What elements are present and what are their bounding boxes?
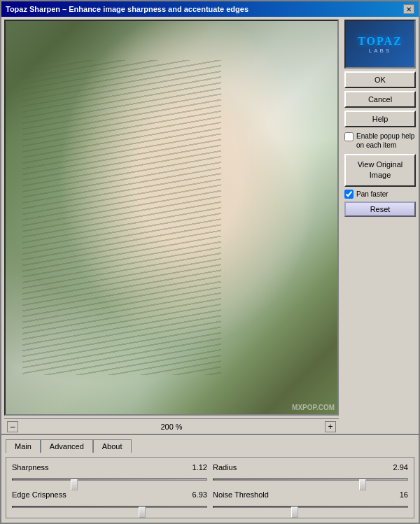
noise-threshold-track — [213, 506, 408, 508]
sharpness-value: 1.12 — [192, 463, 207, 472]
close-button[interactable]: ✕ — [403, 4, 414, 14]
sharpness-label: Sharpness — [12, 463, 49, 472]
noise-threshold-group: Noise Threshold 16 — [213, 490, 408, 512]
noise-threshold-slider[interactable] — [213, 501, 408, 512]
enable-popup-row: Enable popup help on each item — [344, 130, 416, 151]
logo-main: TOPAZ — [358, 35, 402, 48]
tab-advanced[interactable]: Advanced — [41, 439, 93, 453]
zoom-out-button[interactable]: – — [7, 421, 18, 432]
preview-image — [6, 21, 337, 414]
noise-threshold-label: Noise Threshold — [213, 490, 269, 499]
window-title: Topaz Sharpen – Enhance image sharpness … — [6, 5, 248, 13]
noise-threshold-header: Noise Threshold 16 — [213, 490, 408, 499]
ok-button[interactable]: OK — [344, 71, 416, 88]
pan-faster-label: Pan faster — [356, 190, 388, 199]
enable-popup-label: Enable popup help on each item — [356, 132, 416, 150]
sharpness-thumb[interactable] — [71, 479, 78, 490]
zoom-bar: – 200 % + — [4, 418, 339, 434]
preview-area: MXPOP.COM – 200 % + — [1, 17, 342, 434]
radius-thumb[interactable] — [359, 479, 366, 490]
sharpness-group: Sharpness 1.12 — [12, 463, 207, 485]
title-bar: Topaz Sharpen – Enhance image sharpness … — [1, 1, 419, 17]
edge-crispness-value: 6.93 — [192, 490, 207, 499]
main-window: Topaz Sharpen – Enhance image sharpness … — [0, 0, 420, 524]
noise-threshold-thumb[interactable] — [291, 507, 298, 518]
reset-button[interactable]: Reset — [344, 201, 416, 217]
zoom-in-button[interactable]: + — [325, 421, 336, 432]
view-original-button[interactable]: View Original Image — [344, 154, 416, 187]
watermark-text: MXPOP.COM — [292, 404, 335, 411]
edge-crispness-group: Edge Crispness 6.93 — [12, 490, 207, 512]
content-area: MXPOP.COM – 200 % + TOPAZ LABS OK Cancel… — [1, 17, 419, 434]
right-panel: TOPAZ LABS OK Cancel Help Enable popup h… — [342, 17, 419, 434]
zoom-value: 200 % — [18, 423, 325, 431]
bottom-panel: Main Advanced About Sharpness 1.12 — [1, 434, 419, 523]
sharpness-header: Sharpness 1.12 — [12, 463, 207, 472]
enable-popup-checkbox[interactable] — [344, 132, 354, 141]
radius-label: Radius — [213, 463, 237, 472]
radius-value: 2.94 — [393, 463, 408, 472]
pan-faster-row: Pan faster — [344, 190, 416, 199]
pan-faster-checkbox[interactable] — [344, 190, 354, 199]
sharpness-track — [12, 479, 207, 481]
help-button[interactable]: Help — [344, 111, 416, 127]
controls-grid: Sharpness 1.12 Radius 2.94 — [12, 463, 408, 512]
edge-crispness-slider[interactable] — [12, 501, 207, 512]
radius-slider[interactable] — [213, 474, 408, 485]
tab-bar: Main Advanced About — [6, 439, 414, 453]
edge-crispness-track — [12, 506, 207, 508]
noise-threshold-value: 16 — [400, 490, 408, 499]
tab-content: Sharpness 1.12 Radius 2.94 — [6, 457, 414, 518]
edge-crispness-thumb[interactable] — [139, 507, 146, 518]
radius-track — [213, 479, 408, 481]
logo-area: TOPAZ LABS — [344, 20, 416, 69]
radius-group: Radius 2.94 — [213, 463, 408, 485]
edge-crispness-header: Edge Crispness 6.93 — [12, 490, 207, 499]
tab-about[interactable]: About — [93, 439, 132, 453]
logo-sub: LABS — [369, 48, 391, 54]
sharpness-slider[interactable] — [12, 474, 207, 485]
tab-main[interactable]: Main — [6, 439, 41, 453]
image-preview[interactable]: MXPOP.COM — [4, 20, 339, 416]
cancel-button[interactable]: Cancel — [344, 91, 416, 108]
edge-crispness-label: Edge Crispness — [12, 490, 66, 499]
radius-header: Radius 2.94 — [213, 463, 408, 472]
